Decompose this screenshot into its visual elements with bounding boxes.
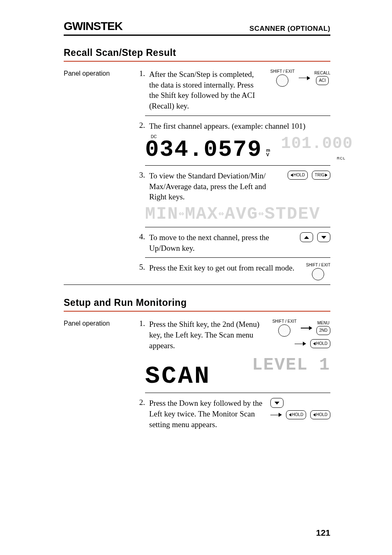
divider (145, 116, 330, 116)
arrow-right-icon (270, 412, 282, 417)
step-number: 1. (133, 319, 149, 328)
shift-exit-button-icon (312, 268, 324, 280)
left-label: Panel operation (64, 69, 133, 77)
down-button-icon (270, 398, 284, 408)
up-button-icon (300, 232, 313, 242)
step-number: 3. (133, 171, 149, 180)
key-diagram: SHIFT / EXIT (306, 263, 330, 280)
key-diagram: SHIFT / EXIT RECALL ACI (270, 69, 330, 87)
rcl-indicator: RCL (337, 156, 346, 160)
lcd-display: SCAN LEVEL 1 (145, 356, 330, 388)
step-text: To move to the next channel, press the U… (149, 232, 293, 253)
step-text: Press the Exit key to get out from recal… (149, 263, 299, 273)
step-row: 5. Press the Exit key to get out from re… (64, 263, 330, 280)
step-text: Press the Down key followed by the Left … (149, 398, 263, 430)
section-recall: Recall Scan/Step Result Panel operation … (64, 47, 330, 285)
step-text: The first channel appears. (example: cha… (149, 121, 330, 132)
arrow-right-icon (295, 341, 306, 346)
step-row: Panel operation 1. Press the Shift key, … (64, 319, 330, 351)
key-diagram: SHIFT / EXIT MENU 2ND HOLD (272, 319, 330, 348)
lcd-scan: SCAN (145, 364, 211, 388)
divider (145, 257, 330, 258)
hold-left-button-icon: HOLD (310, 339, 330, 348)
shift-exit-label: SHIFT / EXIT (272, 319, 297, 324)
hold-left-button-icon: HOLD (310, 410, 330, 419)
section-title: Setup and Run Monitoring (64, 297, 330, 312)
lcd-reading: 034.0579 (145, 138, 262, 161)
lcd-units: m V (265, 148, 273, 157)
recall-label: RECALL (314, 71, 330, 75)
step-row: 2. Press the Down key followed by the Le… (64, 398, 330, 430)
lcd-dim-sequence: MIN⇔MAX⇔AVG⇔STDEV (145, 206, 330, 223)
step-number: 2. (133, 398, 149, 407)
key-diagram: HOLD HOLD (270, 398, 330, 419)
hold-left-button-icon: HOLD (286, 410, 306, 419)
down-button-icon (317, 232, 330, 242)
lcd-level: LEVEL 1 (252, 356, 330, 374)
step-number: 5. (133, 263, 149, 272)
brand-logo: GWINSTEK (64, 20, 122, 33)
menu-label: MENU (317, 321, 329, 325)
aci-button-icon: ACI (316, 76, 329, 85)
trig-right-button-icon: TRIG (312, 171, 330, 180)
step-number: 2. (133, 121, 149, 130)
shift-exit-label: SHIFT / EXIT (270, 69, 295, 74)
second-button-icon: 2ND (316, 326, 330, 335)
arrow-right-icon (299, 76, 310, 81)
step-row: Panel operation 1. After the Scan/Step i… (64, 69, 330, 111)
lcd-side-reading: 101.000 (281, 136, 353, 152)
arrow-right-icon (301, 326, 312, 331)
step-number: 1. (133, 69, 149, 78)
divider (145, 165, 330, 166)
step-text: After the Scan/Step is completed, the da… (149, 69, 263, 111)
hold-left-button-icon: HOLD (288, 171, 308, 180)
key-diagram (300, 232, 330, 242)
step-row: 4. To move to the next channel, press th… (64, 232, 330, 253)
step-row: 2. The first channel appears. (example: … (64, 121, 330, 132)
section-title: Recall Scan/Step Result (64, 47, 330, 62)
divider (64, 284, 330, 285)
header-section-name: SCANNER (OPTIONAL) (249, 25, 330, 33)
step-row: 3. To view the Standard Deviation/Min/ M… (64, 171, 330, 202)
shift-exit-button-icon (276, 74, 288, 87)
key-diagram: HOLD TRIG (288, 171, 330, 180)
shift-exit-button-icon (278, 324, 291, 337)
divider (145, 393, 330, 393)
shift-exit-label: SHIFT / EXIT (306, 263, 330, 267)
left-label: Panel operation (64, 319, 133, 327)
step-text: To view the Standard Deviation/Min/ Max/… (149, 171, 280, 202)
section-monitoring: Setup and Run Monitoring Panel operation… (64, 297, 330, 430)
lcd-display: DC 034.0579 m V 101.000 RCL (145, 134, 330, 161)
page-header: GWINSTEK SCANNER (OPTIONAL) (64, 20, 330, 36)
page-number: 121 (316, 528, 330, 538)
divider (145, 227, 330, 227)
step-number: 4. (133, 232, 149, 241)
step-text: Press the Shift key, the 2nd (Menu) key,… (149, 319, 265, 351)
